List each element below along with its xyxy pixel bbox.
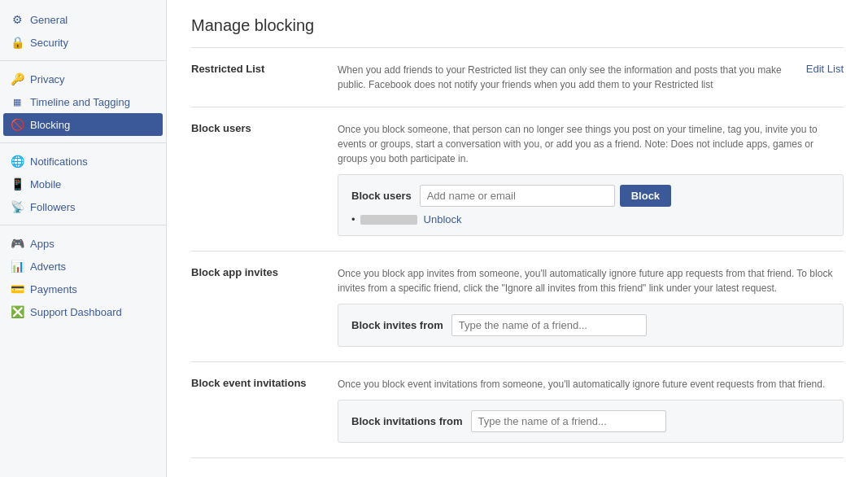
block-event-invitations-input-row: Block invitations from [338, 400, 844, 443]
grid-icon: ▦ [10, 94, 24, 109]
sidebar-item-label: Followers [30, 201, 76, 213]
sidebar-item-blocking[interactable]: 🚫 Blocking [3, 113, 163, 136]
restricted-list-description: When you add friends to your Restricted … [338, 64, 782, 90]
sidebar-group-apps: 🎮 Apps 📊 Adverts 💳 Payments ❎ Support Da… [0, 232, 166, 323]
apps-icon: 🎮 [10, 236, 24, 251]
sidebar-item-adverts[interactable]: 📊 Adverts [0, 255, 166, 278]
block-app-invites-label: Block app invites [191, 266, 338, 278]
sidebar-item-label: Support Dashboard [30, 306, 122, 318]
adverts-icon: 📊 [10, 259, 24, 274]
sidebar-divider [0, 60, 166, 61]
block-users-description: Once you block someone, that person can … [338, 122, 844, 166]
sidebar-item-followers[interactable]: 📡 Followers [0, 195, 166, 218]
block-app-invites-input-label: Block invites from [351, 319, 443, 331]
block-users-input-line: Block users Block [351, 185, 830, 207]
edit-list-link[interactable]: Edit List [806, 63, 844, 75]
block-app-invites-input[interactable] [451, 314, 647, 336]
payments-icon: 💳 [10, 282, 24, 296]
block-users-section: Block users Once you block someone, that… [191, 107, 844, 252]
block-users-input[interactable] [420, 185, 615, 207]
block-event-invitations-description: Once you block event invitations from so… [338, 377, 844, 392]
sidebar-item-label: Payments [30, 283, 77, 295]
sidebar-item-mobile[interactable]: 📱 Mobile [0, 173, 166, 195]
sidebar-item-label: Privacy [30, 73, 65, 85]
blocked-user-row: • Unblock [351, 213, 830, 225]
followers-icon: 📡 [10, 199, 24, 214]
block-event-invitations-input[interactable] [471, 410, 666, 432]
unblock-link[interactable]: Unblock [424, 213, 462, 225]
sidebar-item-timeline[interactable]: ▦ Timeline and Tagging [0, 90, 166, 113]
block-app-invites-input-row: Block invites from [338, 304, 844, 347]
globe-icon: 🌐 [10, 154, 24, 168]
restricted-list-section: Restricted List When you add friends to … [191, 48, 844, 107]
blocked-user-name-blurred [360, 215, 417, 225]
block-users-input-row: Block users Block • Unblock [338, 174, 844, 236]
block-event-invitations-input-label: Block invitations from [351, 415, 463, 427]
block-icon: 🚫 [10, 117, 24, 132]
sidebar-item-label: Adverts [30, 260, 66, 273]
lock-icon: 🔒 [10, 35, 24, 50]
block-app-invites-content: Once you block app invites from someone,… [338, 266, 844, 347]
sidebar-item-privacy[interactable]: 🔑 Privacy [0, 68, 166, 90]
mobile-icon: 📱 [10, 177, 24, 191]
bullet-icon: • [351, 213, 355, 225]
sidebar-item-label: General [30, 14, 68, 26]
sidebar-item-security[interactable]: 🔒 Security [0, 31, 166, 54]
key-icon: 🔑 [10, 72, 24, 86]
sidebar-item-label: Timeline and Tagging [30, 96, 130, 108]
block-event-invitations-input-line: Block invitations from [351, 410, 830, 432]
page-title: Manage blocking [191, 16, 844, 35]
sidebar-item-general[interactable]: ⚙ General [0, 8, 166, 31]
block-users-label: Block users [191, 122, 338, 134]
block-app-invites-description: Once you block app invites from someone,… [338, 266, 844, 295]
restricted-list-desc: When you add friends to your Restricted … [338, 63, 790, 92]
sidebar-item-support[interactable]: ❎ Support Dashboard [0, 300, 166, 323]
sidebar-item-label: Mobile [30, 178, 61, 190]
sidebar-item-label: Security [30, 37, 68, 49]
restricted-list-label: Restricted List [191, 63, 338, 92]
block-app-invites-input-line: Block invites from [351, 314, 830, 336]
sidebar-group-privacy: 🔑 Privacy ▦ Timeline and Tagging 🚫 Block… [0, 68, 166, 136]
sidebar-item-notifications[interactable]: 🌐 Notifications [0, 150, 166, 173]
sidebar-item-label: Blocking [30, 119, 70, 131]
block-event-invitations-section: Block event invitations Once you block e… [191, 362, 844, 458]
main-content: Manage blocking Restricted List When you… [167, 0, 868, 477]
sidebar-item-label: Apps [30, 238, 55, 250]
edit-list-action: Edit List [790, 63, 844, 92]
block-users-button[interactable]: Block [620, 185, 671, 207]
block-users-input-label: Block users [351, 190, 412, 202]
block-app-invites-section: Block app invites Once you block app inv… [191, 252, 844, 362]
sidebar-divider-2 [0, 142, 166, 143]
block-event-invitations-label: Block event invitations [191, 377, 338, 389]
block-users-content: Once you block someone, that person can … [338, 122, 844, 236]
gear-icon: ⚙ [10, 12, 24, 27]
sidebar-item-payments[interactable]: 💳 Payments [0, 278, 166, 300]
sidebar: ⚙ General 🔒 Security 🔑 Privacy ▦ Timelin… [0, 0, 167, 477]
support-icon: ❎ [10, 304, 24, 319]
sidebar-item-label: Notifications [30, 155, 88, 168]
sidebar-item-apps[interactable]: 🎮 Apps [0, 232, 166, 255]
sidebar-group-general: ⚙ General 🔒 Security [0, 8, 166, 54]
sidebar-divider-3 [0, 225, 166, 225]
sidebar-group-notifications: 🌐 Notifications 📱 Mobile 📡 Followers [0, 150, 166, 218]
block-event-invitations-content: Once you block event invitations from so… [338, 377, 844, 443]
